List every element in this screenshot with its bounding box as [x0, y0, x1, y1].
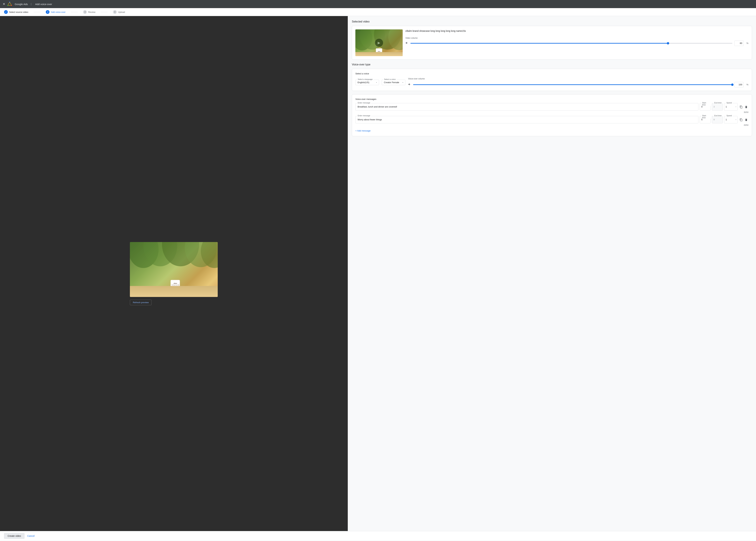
- video-volume-input[interactable]: [734, 41, 744, 46]
- refresh-preview-button[interactable]: Refresh preview: [130, 300, 151, 305]
- voice-over-messages-card: Voice-over messages Enter message Start …: [352, 94, 752, 136]
- step-2-label: Add voice-over: [51, 11, 66, 13]
- topbar-divider: |: [31, 3, 32, 5]
- bottom-bar: Create video Cancel: [0, 531, 756, 541]
- message-1-start-time-wrap: Start time: [700, 103, 711, 111]
- refresh-btn-wrapper: Refresh preview: [130, 300, 218, 305]
- voice-over-type-title: Voice-over type: [352, 63, 752, 66]
- message-1-copy-button[interactable]: [739, 105, 743, 109]
- message-2-speed-wrap: Speed 1 0.5 1.5 2: [724, 116, 738, 123]
- table-surface: [130, 286, 218, 297]
- step-4-num: 4: [113, 10, 117, 14]
- foliage-decoration: [130, 242, 218, 280]
- thumb-surface: [356, 52, 403, 56]
- video-thumbnail[interactable]: cBalm ▶: [356, 29, 403, 56]
- selected-video-title: Selected video: [352, 20, 752, 23]
- message-1-actions: [739, 103, 748, 109]
- google-ads-logo: [7, 2, 12, 6]
- vo-volume-label: Voice-over volume: [408, 78, 748, 80]
- close-icon[interactable]: ✕: [3, 2, 5, 6]
- page-title: Add voice-over: [35, 3, 52, 6]
- google-logo-icon: [7, 2, 12, 6]
- message-1-field-wrap: Enter message: [356, 103, 698, 111]
- language-select-group: Select a language English(US): [356, 80, 379, 85]
- message-2-input[interactable]: [356, 116, 698, 123]
- message-1-inputs: Enter message Start time End time: [356, 103, 748, 111]
- message-2-start-label: Start time: [701, 115, 711, 119]
- message-2-end-time-wrap: End time: [712, 116, 723, 123]
- message-2-start-time-wrap: Start time: [700, 116, 711, 123]
- voice-over-type-card: Select a voice Select a language English…: [352, 69, 752, 91]
- selected-video-card: cBalm ▶ cBalm brand showcase long long l…: [352, 26, 752, 60]
- volume-icon: [405, 41, 408, 45]
- product-label: cBalmHydrating Gloss Oils: [171, 283, 179, 285]
- step-1: Select source video: [4, 10, 34, 14]
- message-1-end-label: End time: [714, 102, 722, 104]
- vo-volume-pct: %: [746, 83, 748, 86]
- message-1-speed-select[interactable]: 1 0.5 1.5 2: [724, 103, 738, 111]
- step-1-label: Select source video: [9, 11, 28, 13]
- step-connector-1: [34, 12, 40, 12]
- vo-volume-input[interactable]: [734, 82, 744, 87]
- step-4-label: Upload: [118, 11, 125, 13]
- message-2-speed-select[interactable]: 1 0.5 1.5 2: [724, 116, 738, 123]
- step-connector-2: [71, 12, 78, 12]
- message-2-label: Enter message: [357, 115, 371, 117]
- voice-select-wrap: Select a voice Creator Female: [382, 80, 405, 85]
- message-2-end-input[interactable]: [712, 116, 723, 123]
- message-2-field-wrap: Enter message: [356, 116, 698, 123]
- app-name: Google Ads: [15, 3, 28, 6]
- video-name: cBalm brand showcase long long long long…: [405, 29, 748, 33]
- step-1-num: [4, 10, 8, 14]
- topbar: ✕ Google Ads | Add voice-over: [0, 0, 756, 8]
- step-2: 2 Add voice-over: [46, 10, 71, 14]
- vo-volume-slider[interactable]: [413, 84, 732, 85]
- add-message-button[interactable]: + Add message: [356, 129, 371, 133]
- voice-select-group: Select a voice Creator Female: [382, 80, 405, 85]
- step-connector-3: [101, 12, 108, 12]
- message-1-label: Enter message: [357, 102, 371, 104]
- voice-label: Select a voice: [383, 78, 396, 80]
- vo-volume-control: %: [408, 82, 748, 87]
- thumb-jar-label: cBalm: [378, 51, 380, 52]
- message-1-speed-wrap: Speed 1 0.5 1.5 2: [724, 103, 738, 111]
- message-1-counter: 35/50: [356, 111, 748, 113]
- message-2-counter: 20/50: [356, 124, 748, 126]
- vo-volume-group: Voice-over volume %: [408, 78, 748, 87]
- video-volume-slider[interactable]: [410, 43, 732, 44]
- video-volume-label: Video volume: [405, 37, 748, 39]
- video-volume-section: Video volume %: [405, 37, 748, 46]
- message-1-start-label: Start time: [701, 102, 711, 106]
- language-select-wrap: Select a language English(US): [356, 80, 379, 85]
- language-label: Select a language: [357, 78, 373, 80]
- select-voice-heading: Select a voice: [356, 72, 748, 75]
- message-row-2: Enter message Start time End time: [356, 116, 748, 126]
- message-1-end-time-wrap: End time: [712, 103, 723, 111]
- message-2-inputs: Enter message Start time End time: [356, 116, 748, 123]
- step-2-num: 2: [46, 10, 50, 14]
- create-video-button[interactable]: Create video: [4, 533, 25, 539]
- main-layout: cBalmHydrating Gloss Oils Refresh previe…: [0, 16, 756, 531]
- message-1-speed-label: Speed: [726, 102, 732, 104]
- video-card-inner: cBalm ▶ cBalm brand showcase long long l…: [356, 29, 748, 56]
- step-3-label: Review: [88, 11, 96, 13]
- message-1-input[interactable]: [356, 103, 698, 111]
- stepper: Select source video 2 Add voice-over 3 R…: [0, 8, 756, 16]
- voice-controls: Select a language English(US) Select a v…: [356, 78, 748, 87]
- message-2-speed-label: Speed: [726, 115, 732, 117]
- message-2-copy-button[interactable]: [739, 118, 743, 122]
- voice-dropdown[interactable]: Creator Female: [382, 80, 405, 85]
- step-3-num: 3: [83, 10, 87, 14]
- message-2-delete-button[interactable]: [744, 118, 748, 122]
- vo-volume-icon: [408, 83, 411, 87]
- messages-title: Voice-over messages: [356, 98, 748, 100]
- message-1-delete-button[interactable]: [744, 105, 748, 109]
- message-row-1: Enter message Start time End time: [356, 103, 748, 113]
- video-preview: cBalmHydrating Gloss Oils: [130, 242, 218, 297]
- step-4: 4 Upload: [113, 10, 130, 14]
- message-2-actions: [739, 116, 748, 122]
- cancel-button[interactable]: Cancel: [27, 535, 35, 537]
- video-volume-control: %: [405, 41, 748, 46]
- language-dropdown[interactable]: English(US): [356, 80, 379, 85]
- message-1-end-input[interactable]: [712, 103, 723, 111]
